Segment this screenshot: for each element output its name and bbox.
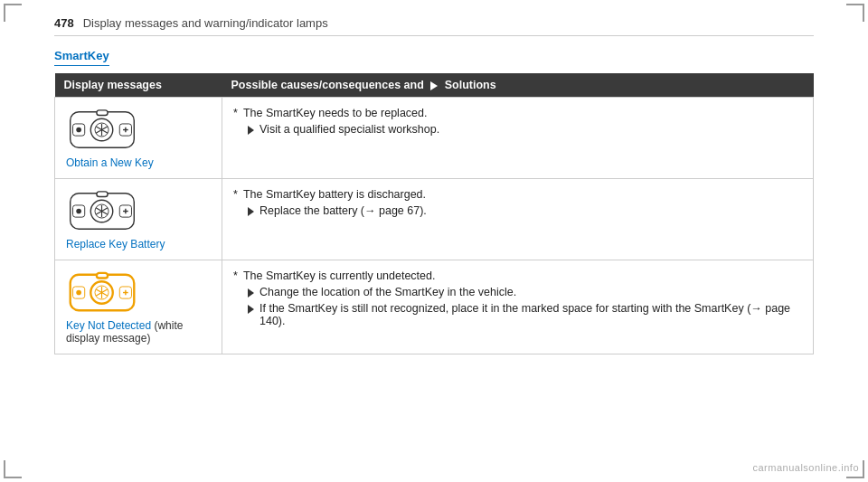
- cause-text: The SmartKey needs to be replaced.: [243, 107, 428, 119]
- key-icon-1: [66, 188, 211, 238]
- table-row: Obtain a New Key*The SmartKey needs to b…: [55, 98, 814, 179]
- watermark: carmanualsonline.info: [752, 462, 859, 473]
- key-icon-2: [66, 269, 211, 319]
- arrow-item: Change the location of the SmartKey in t…: [233, 286, 802, 298]
- svg-point-30: [76, 290, 81, 296]
- display-label-2: Key Not Detected: [66, 319, 151, 332]
- table-row: Key Not Detected (white display message)…: [55, 260, 814, 354]
- arrow-icon: [248, 207, 254, 216]
- col1-header: Display messages: [55, 73, 222, 98]
- table-row: Replace Key Battery*The SmartKey battery…: [55, 179, 814, 260]
- cause-text: The SmartKey battery is discharged.: [243, 188, 426, 201]
- display-cell-2: Key Not Detected (white display message): [55, 260, 222, 354]
- corner-decoration-tr: [846, 4, 864, 22]
- header-title: Display messages and warning/indicator l…: [83, 16, 328, 30]
- page-wrapper: 478 Display messages and warning/indicat…: [0, 0, 868, 373]
- table-body: Obtain a New Key*The SmartKey needs to b…: [55, 98, 814, 354]
- causes-cell-1: *The SmartKey battery is discharged. Rep…: [222, 179, 814, 260]
- smartkey-table: Display messages Possible causes/consequ…: [54, 73, 814, 354]
- display-cell-1: Replace Key Battery: [55, 179, 222, 260]
- solution-text: Visit a qualified specialist workshop.: [259, 123, 439, 136]
- star-bullet: *: [233, 107, 238, 119]
- display-label-1: Replace Key Battery: [66, 238, 165, 250]
- solution-text: Replace the battery (→ page 67).: [259, 204, 427, 217]
- display-label-0: Obtain a New Key: [66, 156, 154, 169]
- arrow-icon-header: [430, 81, 438, 90]
- list-item: *The SmartKey needs to be replaced.: [233, 107, 802, 119]
- corner-decoration-tl: [4, 4, 22, 22]
- svg-point-18: [76, 209, 81, 214]
- list-item: *The SmartKey battery is discharged.: [233, 188, 802, 201]
- list-item: Replace the battery (→ page 67).: [233, 204, 802, 217]
- arrow-icon: [248, 305, 254, 314]
- arrow-icon: [248, 126, 254, 135]
- list-item: *The SmartKey is currently undetected.: [233, 269, 802, 282]
- svg-point-6: [76, 128, 81, 133]
- star-bullet: *: [233, 269, 238, 282]
- arrow-item: Replace the battery (→ page 67).: [233, 204, 802, 217]
- key-icon-0: [66, 107, 211, 156]
- table-header-row: Display messages Possible causes/consequ…: [55, 73, 814, 98]
- causes-cell-0: *The SmartKey needs to be replaced. Visi…: [222, 98, 814, 179]
- list-item: Visit a qualified specialist workshop.: [233, 123, 802, 136]
- display-cell-0: Obtain a New Key: [55, 98, 222, 179]
- col2-header: Possible causes/consequences and Solutio…: [222, 73, 814, 98]
- svg-rect-15: [97, 192, 108, 197]
- solution-text: If the SmartKey is still not recognized,…: [259, 302, 802, 327]
- arrow-icon: [248, 288, 254, 298]
- page-header: 478 Display messages and warning/indicat…: [54, 16, 814, 36]
- svg-rect-27: [97, 273, 108, 279]
- section-title: SmartKey: [54, 49, 109, 66]
- solution-text: Change the location of the SmartKey in t…: [259, 286, 516, 298]
- list-item: Change the location of the SmartKey in t…: [233, 286, 802, 298]
- page-number: 478: [54, 16, 74, 30]
- arrow-item: Visit a qualified specialist workshop.: [233, 123, 802, 136]
- list-item: If the SmartKey is still not recognized,…: [233, 302, 802, 327]
- causes-cell-2: *The SmartKey is currently undetected. C…: [222, 260, 814, 354]
- star-bullet: *: [233, 188, 238, 201]
- svg-rect-3: [97, 110, 108, 116]
- corner-decoration-bl: [4, 460, 22, 478]
- arrow-item: If the SmartKey is still not recognized,…: [233, 302, 802, 327]
- cause-text: The SmartKey is currently undetected.: [243, 269, 436, 282]
